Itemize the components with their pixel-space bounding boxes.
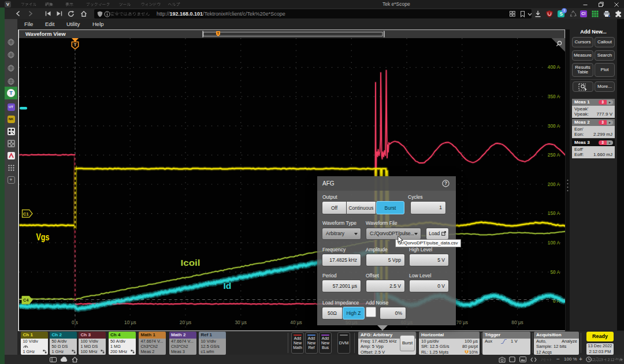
afg-output-continuous[interactable]: Continuous xyxy=(347,201,376,214)
afg-output-burst[interactable]: Burst xyxy=(376,201,404,214)
channel-badge-ch3[interactable]: Ch 3100 V/div1 MΩ DS100 MHz xyxy=(79,332,106,355)
url-bar[interactable]: 安全ではありませんhttp://192.168.0.101/Tektronix#… xyxy=(94,9,532,18)
web-panel-icon-4[interactable] xyxy=(8,78,14,85)
afg-high_level_value-input[interactable]: 5 V xyxy=(409,254,449,266)
web-panel-icon-1[interactable] xyxy=(8,39,14,46)
home-button[interactable] xyxy=(80,10,87,17)
channel-badge-ch2[interactable]: Ch 250 A/div50 Ω DS1 GHz xyxy=(50,332,77,355)
extensions-puzzle-icon[interactable] xyxy=(615,10,622,17)
scope-menu-utility[interactable]: Utility xyxy=(66,19,80,29)
afg-badge[interactable]: AFG: ArbitraryFreq: 17.4825 kHzAmp: 5 Vp… xyxy=(358,332,416,355)
channel-badge-ref1[interactable]: Ref 110 V/div12.5 GS/sc1.wfm xyxy=(199,332,226,355)
bookmark-flag-icon[interactable] xyxy=(520,11,525,17)
urlbar-dropdown-caret[interactable] xyxy=(528,13,532,16)
capture-icon[interactable] xyxy=(499,356,506,363)
afg-output-off[interactable]: Off xyxy=(322,201,347,214)
ublock-extension-icon[interactable] xyxy=(546,10,553,17)
tiles-icon[interactable] xyxy=(510,11,515,17)
label-icoil: Icoil xyxy=(181,258,200,268)
panel-toggle-icon[interactable] xyxy=(50,357,57,362)
add-math-button[interactable]: AddNewMathAdd New Math xyxy=(291,332,304,354)
add-search-button[interactable]: Search xyxy=(595,50,615,61)
add-cursors-button[interactable]: Cursors xyxy=(572,37,593,47)
zoom-in-button[interactable]: + xyxy=(579,355,582,364)
web-panel-active[interactable]: T xyxy=(5,87,17,99)
shield-icon[interactable] xyxy=(97,11,103,17)
web-panel-qr-icon[interactable] xyxy=(8,128,15,135)
add-measure-button[interactable]: Measure xyxy=(572,50,593,61)
waveform-plot[interactable]: 400 A350 A300 A250 A200 A150 A100 A50 A0… xyxy=(19,38,565,330)
y-axis-label: 400 A xyxy=(548,64,560,70)
afg-waveform-type-dropdown[interactable]: Arbitrary xyxy=(322,228,361,240)
afg-offset_value-input[interactable]: 2.5 V xyxy=(366,280,405,292)
grid-extension-icon[interactable] xyxy=(592,10,599,17)
afg-impedance-50[interactable]: 50Ω xyxy=(322,307,343,320)
add-more-button[interactable]: More... xyxy=(595,81,615,92)
add-callout-button[interactable]: Callout xyxy=(595,37,615,47)
scope-menu-edit[interactable]: Edit xyxy=(45,19,54,29)
afg-waveform-file-dropdown[interactable]: C:/QorvoDPT/pulse... xyxy=(366,228,421,240)
trigger-badge[interactable]: TriggerAux1 V xyxy=(482,332,530,355)
measurement-badge-1[interactable]: Meas 13▸Vpeak'Vpeak:777.9 V xyxy=(572,99,615,118)
afg-dialog-title[interactable]: AFG? xyxy=(317,176,456,191)
afg-low_level_value-input[interactable]: 0 V xyxy=(409,280,449,292)
web-panel-ut-icon[interactable]: UT xyxy=(8,103,15,111)
print-extension-icon[interactable] xyxy=(603,10,611,17)
afg-burst-button[interactable]: Burst xyxy=(400,335,415,351)
images-toggle-icon[interactable] xyxy=(519,356,526,362)
acquisition-badge[interactable]: AcquisitionAuto,AnalyzeSample: 12 bits12… xyxy=(534,332,579,355)
afg-noise-checkbox[interactable] xyxy=(366,307,376,317)
web-panel-nk-icon[interactable]: NK xyxy=(8,116,15,123)
web-panel-icon-2[interactable] xyxy=(8,51,14,58)
add-results_table-button[interactable]: Results Table xyxy=(572,63,593,77)
horizontal-badge[interactable]: Horizontal10 µs/div100 µsSR: 12.5 GS/s80… xyxy=(419,332,480,355)
vivaldi-logo-icon[interactable]: V xyxy=(5,1,11,8)
afg-amplitude_value-input[interactable]: 5 Vpp xyxy=(366,254,405,266)
add-plot-button[interactable]: Plot xyxy=(595,63,615,77)
minimize-button[interactable] xyxy=(582,2,588,8)
forward-button[interactable] xyxy=(27,10,34,17)
tiling-icon[interactable] xyxy=(509,356,515,362)
web-panel-a-icon[interactable] xyxy=(8,152,15,159)
close-button[interactable] xyxy=(614,2,619,8)
dvm-button[interactable]: DVM xyxy=(337,332,350,354)
afg-load-button[interactable]: Load xyxy=(426,228,449,240)
session-extension-icon[interactable]: S3 xyxy=(558,10,564,17)
channel-badge-math1[interactable]: Math 147.6674 V...Ch3*Ch2Meas 2 xyxy=(139,332,166,355)
maximize-button[interactable] xyxy=(598,2,604,8)
sync-cloud-icon[interactable] xyxy=(60,356,68,362)
code-toggle-icon[interactable] xyxy=(530,357,537,362)
afg-noise-input[interactable]: 0% xyxy=(380,307,406,320)
zoom-out-button[interactable]: − xyxy=(556,355,560,364)
afg-cycles-input[interactable]: 1 xyxy=(410,201,446,214)
fastforward-button[interactable] xyxy=(56,11,62,16)
channel-badge-math2[interactable]: Math 247.6674 V...Ch3*Ch2Meas 3 xyxy=(169,332,196,355)
add-ref-button[interactable]: AddNewRefAdd New Ref xyxy=(305,332,318,354)
scope-menu-file[interactable]: File xyxy=(24,19,33,29)
scope-menu-help[interactable]: Help xyxy=(92,19,104,29)
measurement-badge-3[interactable]: Meas 33▸Eoff'Eoff:1.660 mJ xyxy=(572,139,615,158)
web-panel-icon-3[interactable] xyxy=(8,65,14,72)
download-icon[interactable] xyxy=(534,10,541,17)
channel-badge-ch4[interactable]: Ch 450 A/div1 MΩ200 MHz xyxy=(109,332,136,355)
afg-frequency_value-input[interactable]: 17.4825 kHz xyxy=(322,254,361,266)
office-extension-icon[interactable]: C! xyxy=(580,10,587,17)
measurement-badge-2[interactable]: Meas 23▸Eon'Eon:2.299 mJ xyxy=(572,119,615,138)
web-panel-dots-icon[interactable] xyxy=(8,164,15,172)
record-minimap[interactable]: T xyxy=(202,31,385,38)
help-icon[interactable]: ? xyxy=(442,180,450,187)
home-status-icon[interactable] xyxy=(72,356,78,363)
channel-badge-ch1[interactable]: Ch 110 V/div1 GHz xyxy=(21,332,48,355)
reload-button[interactable] xyxy=(68,10,75,17)
add-bus-button[interactable]: AddNewBusAdd New Bus xyxy=(319,332,332,354)
minimap-trigger-marker[interactable]: T xyxy=(216,31,220,36)
afg-period_value-input[interactable]: 57.2001 µs xyxy=(322,280,361,292)
back-button[interactable] xyxy=(15,10,21,17)
drag-handle-dots[interactable] xyxy=(566,179,569,192)
recycle-extension-icon[interactable] xyxy=(570,10,577,17)
afg-impedance-highz[interactable]: High Z xyxy=(343,307,365,320)
add-web-panel-button[interactable]: + xyxy=(8,176,15,184)
web-panel-grid-icon[interactable] xyxy=(8,140,15,147)
zoom-select-button[interactable] xyxy=(573,81,593,92)
rewind-button[interactable] xyxy=(45,11,51,16)
